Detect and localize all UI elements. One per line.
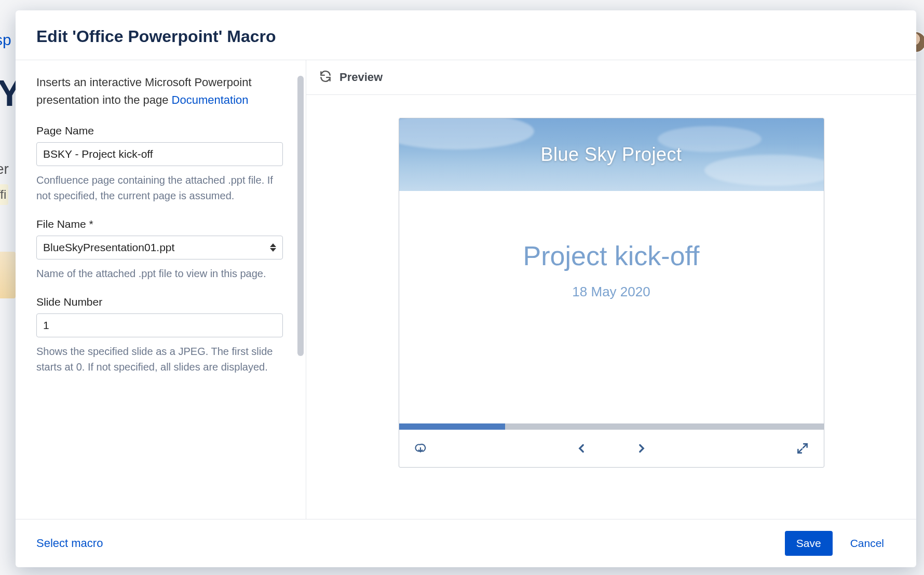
slide-progress[interactable] <box>399 423 824 430</box>
fullscreen-icon[interactable] <box>796 442 809 455</box>
bg-fragment: sp <box>0 31 11 49</box>
banner-title: Blue Sky Project <box>540 144 682 166</box>
file-name-select[interactable]: BlueSkyPresentation01.ppt <box>36 236 283 259</box>
download-icon[interactable] <box>414 442 427 455</box>
slide-number-input[interactable] <box>36 313 283 337</box>
refresh-icon[interactable] <box>319 70 332 85</box>
page-name-input[interactable] <box>36 142 283 166</box>
macro-config-panel: Inserts an interactive Microsoft Powerpo… <box>16 60 306 519</box>
dialog-footer: Select macro Save Cancel <box>16 519 916 567</box>
cancel-button[interactable]: Cancel <box>839 531 895 556</box>
select-macro-link[interactable]: Select macro <box>36 537 103 550</box>
dialog-title: Edit 'Office Powerpoint' Macro <box>36 27 895 46</box>
file-name-help: Name of the attached .ppt file to view i… <box>36 266 285 281</box>
slide-number-help: Shows the specified slide as a JPEG. The… <box>36 344 285 375</box>
file-name-label: File Name * <box>36 218 285 230</box>
preview-header: Preview <box>306 60 916 95</box>
slide-preview: Blue Sky Project Project kick-off 18 May… <box>399 118 824 468</box>
scrollbar[interactable] <box>297 76 304 356</box>
slide-banner: Blue Sky Project <box>399 118 824 191</box>
page-name-help: Confluence page containing the attached … <box>36 172 285 203</box>
slide-title: Project kick-off <box>399 240 824 271</box>
bg-fragment: ffi <box>0 184 8 205</box>
macro-description: Inserts an interactive Microsoft Powerpo… <box>36 74 285 109</box>
preview-label: Preview <box>339 71 383 84</box>
documentation-link[interactable]: Documentation <box>172 93 249 106</box>
bg-fragment <box>0 252 16 298</box>
dialog-header: Edit 'Office Powerpoint' Macro <box>16 10 916 60</box>
chevron-up-down-icon <box>270 243 276 252</box>
preview-panel: Preview Blue Sky Project Project kick-of… <box>306 60 916 519</box>
prev-slide-button[interactable] <box>575 442 588 455</box>
slide-date: 18 May 2020 <box>399 284 824 300</box>
macro-edit-dialog: Edit 'Office Powerpoint' Macro Inserts a… <box>16 10 916 567</box>
page-name-label: Page Name <box>36 125 285 137</box>
save-button[interactable]: Save <box>785 531 833 556</box>
slide-number-label: Slide Number <box>36 296 285 308</box>
file-name-value: BlueSkyPresentation01.ppt <box>43 241 174 253</box>
next-slide-button[interactable] <box>635 442 648 455</box>
bg-fragment: er <box>0 161 9 177</box>
